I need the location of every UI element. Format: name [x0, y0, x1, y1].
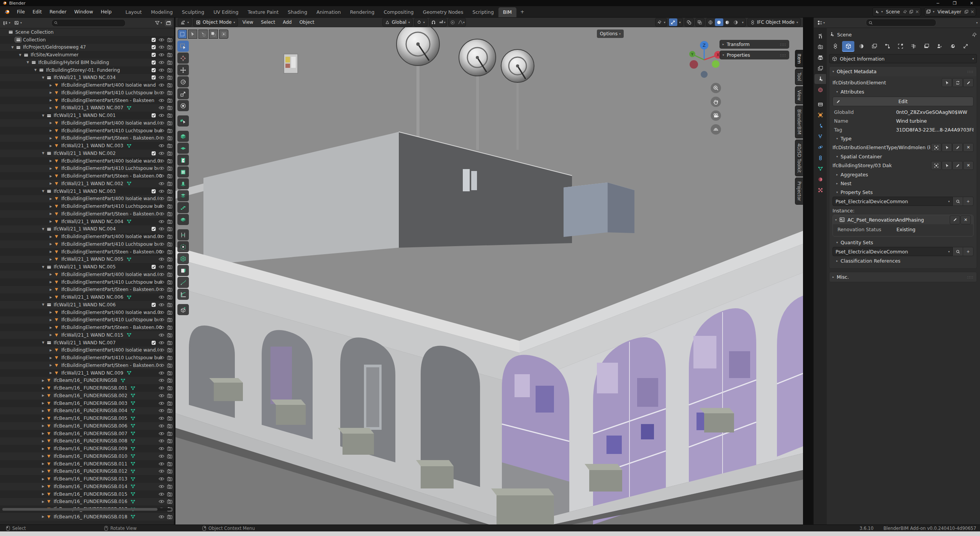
expand-icon[interactable]: ▶	[41, 394, 46, 397]
select-container-objects-button[interactable]	[931, 161, 941, 170]
hide-eye-icon[interactable]	[159, 310, 164, 315]
properties-options-icon[interactable]: ▾	[976, 21, 978, 25]
expand-icon[interactable]: ▶	[48, 144, 53, 148]
overlays-toggle[interactable]	[685, 18, 694, 26]
disable-render-camera-icon[interactable]	[167, 499, 172, 504]
disable-render-camera-icon[interactable]	[167, 128, 172, 133]
properties-viewlayer-tab[interactable]	[814, 63, 826, 73]
properties-collection-tab[interactable]	[814, 99, 826, 109]
select-type-objects-button[interactable]	[931, 143, 941, 152]
filter-button[interactable]: ▾	[154, 20, 163, 26]
exclude-checkbox[interactable]	[151, 303, 156, 307]
bim-services-tab[interactable]	[881, 41, 893, 51]
exclude-checkbox[interactable]	[151, 151, 156, 156]
select-tweak-mode[interactable]	[188, 30, 197, 39]
outliner-row[interactable]: ▶IfcBuildingElementPart/410 Luchtspouw b…	[0, 127, 174, 135]
expand-icon[interactable]: ▶	[48, 258, 53, 261]
hide-eye-icon[interactable]	[159, 408, 164, 413]
edit-type-button[interactable]	[952, 143, 963, 152]
hide-eye-icon[interactable]	[159, 204, 164, 209]
disable-render-camera-icon[interactable]	[167, 272, 172, 277]
hide-eye-icon[interactable]	[159, 469, 164, 474]
ifc-mode-selector[interactable]: IFC Object Mode ▾	[747, 18, 801, 26]
expand-icon[interactable]: ▶	[41, 515, 46, 518]
bim-clash-tab[interactable]	[933, 41, 946, 51]
select-lasso-mode[interactable]	[209, 30, 218, 39]
pen-tool-button[interactable]	[177, 277, 189, 288]
viewport-menu-object[interactable]: Object	[296, 19, 317, 26]
disable-render-camera-icon[interactable]	[167, 408, 172, 413]
bim-debug-tab[interactable]	[959, 41, 972, 51]
disable-render-camera-icon[interactable]	[167, 45, 172, 49]
bim-explore-tool-button[interactable]	[177, 115, 189, 127]
disable-render-camera-icon[interactable]	[167, 189, 172, 194]
disable-render-camera-icon[interactable]	[167, 75, 172, 80]
type-subheader[interactable]: ▾ Type	[833, 134, 973, 143]
outliner-row[interactable]: ▼IfcWall/21_1 WAND NC.002	[0, 150, 174, 157]
disable-render-camera-icon[interactable]	[167, 378, 172, 383]
bim-blenderbim-tab[interactable]	[946, 41, 959, 51]
properties-output-tab[interactable]	[814, 53, 826, 62]
expand-icon[interactable]: ▶	[41, 470, 46, 473]
hide-eye-icon[interactable]	[159, 45, 164, 49]
disable-render-camera-icon[interactable]	[167, 113, 172, 118]
qto-search-button[interactable]	[953, 247, 963, 256]
classification-subheader[interactable]: ▸ Classification References	[833, 256, 973, 265]
exclude-checkbox[interactable]	[151, 38, 156, 42]
disable-render-camera-icon[interactable]	[167, 454, 172, 459]
outliner-row[interactable]: Collection	[0, 36, 174, 44]
proportional-edit-icon[interactable]	[449, 18, 457, 26]
outliner-row[interactable]: ▶IfcBuildingElementPart/410 Luchtspouw b…	[0, 165, 174, 173]
disable-render-camera-icon[interactable]	[167, 68, 172, 72]
expand-icon[interactable]: ▶	[48, 296, 53, 299]
workspace-tab-texture-paint[interactable]: Texture Paint	[243, 7, 283, 17]
expand-icon[interactable]: ▶	[48, 280, 53, 284]
quantity-sets-subheader[interactable]: ▾ Quantity Sets	[833, 238, 973, 247]
exclude-checkbox[interactable]	[151, 265, 156, 269]
aggregates-subheader[interactable]: ▸ Aggregates	[833, 170, 973, 179]
disable-render-camera-icon[interactable]	[167, 355, 172, 360]
outliner-row[interactable]: ▶IfcBeam/16_ FUNDERINGSB.016	[0, 498, 174, 506]
pset-select[interactable]: Pset_ElectricalDeviceCommon ▾	[833, 197, 953, 206]
navigation-gizmo[interactable]: Z X Y	[685, 40, 723, 81]
expand-icon[interactable]: ▶	[48, 371, 53, 375]
material-shading-icon[interactable]	[723, 18, 732, 26]
remove-pset-button[interactable]: ✕	[960, 215, 971, 224]
properties-physics-tab[interactable]	[814, 142, 826, 152]
pin-icon[interactable]	[903, 10, 907, 14]
outliner-row[interactable]: ▶IfcBeam/16_ FUNDERINGSB.002	[0, 392, 174, 400]
expand-icon[interactable]: ▶	[48, 159, 53, 163]
outliner-row[interactable]: ▼IfcWall/21_1 WAND NC.006	[0, 301, 174, 309]
hide-eye-icon[interactable]	[159, 250, 164, 254]
sidebar-tab-4d-5d-toolkit[interactable]: 4D/5D Toolkit	[795, 140, 803, 177]
reassign-class-button[interactable]	[952, 78, 963, 87]
ortho-grid-button[interactable]	[711, 124, 721, 135]
exclude-checkbox[interactable]	[151, 53, 156, 57]
select-container-button[interactable]	[942, 161, 952, 170]
outliner-row[interactable]: ▶IfcWall/21_1 WAND NC.009	[0, 369, 174, 377]
expand-icon[interactable]: ▶	[48, 106, 53, 110]
outliner-row[interactable]: ▶IfcBuildingElementPart/410 Luchtspouw b…	[0, 202, 174, 210]
outliner-row[interactable]: ▶IfcBuildingElementPart/400 Isolatie wan…	[0, 157, 174, 165]
hide-eye-icon[interactable]	[159, 90, 164, 95]
properties-constraints-tab[interactable]	[814, 153, 826, 163]
disable-render-camera-icon[interactable]	[167, 242, 172, 247]
disable-render-camera-icon[interactable]	[167, 439, 172, 443]
expand-icon[interactable]: ▶	[48, 242, 53, 246]
expand-icon[interactable]: ▶	[48, 212, 53, 215]
expand-icon[interactable]: ▶	[48, 273, 53, 276]
hide-eye-icon[interactable]	[159, 227, 164, 231]
outliner-row[interactable]: ▼IfcBuilding/Hybrid BIM building	[0, 59, 174, 66]
hide-eye-icon[interactable]	[159, 98, 164, 103]
stair-tool-button[interactable]	[177, 202, 189, 213]
expand-icon[interactable]: ▶	[48, 363, 53, 367]
expand-icon[interactable]: ▶	[41, 386, 46, 390]
outliner-row[interactable]: ▶IfcWall/21_1 WAND NC.002	[0, 180, 174, 187]
outliner-row[interactable]: ▶IfcBeam/16_ FUNDERINGSB.007	[0, 430, 174, 437]
disable-render-camera-icon[interactable]	[167, 196, 172, 201]
transform-tool-button[interactable]	[177, 100, 189, 111]
outliner-row[interactable]: ▶IfcBuildingElementPart/400 Isolatie wan…	[0, 81, 174, 89]
hide-eye-icon[interactable]	[159, 462, 164, 466]
expand-icon[interactable]: ▶	[41, 462, 46, 465]
editor-type-button[interactable]: ▾	[178, 18, 192, 26]
